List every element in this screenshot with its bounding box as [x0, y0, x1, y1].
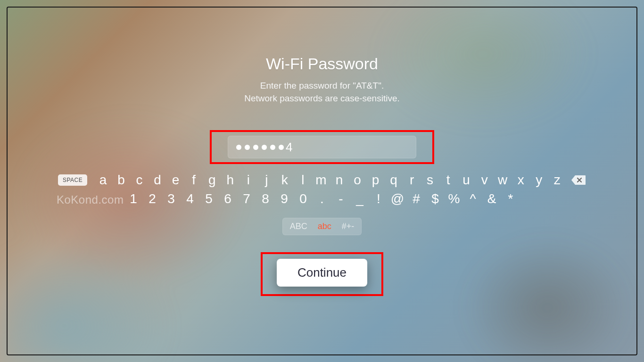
- key-y[interactable]: y: [530, 173, 548, 188]
- key-d[interactable]: d: [149, 173, 167, 188]
- key--[interactable]: -: [331, 191, 350, 206]
- key-9[interactable]: 9: [275, 191, 294, 206]
- mode-lowercase[interactable]: abc: [318, 222, 331, 231]
- key-w[interactable]: w: [494, 173, 512, 188]
- password-dot: [236, 145, 241, 150]
- key-0[interactable]: 0: [294, 191, 313, 206]
- key-r[interactable]: r: [403, 173, 421, 188]
- key-o[interactable]: o: [348, 173, 367, 188]
- key-c[interactable]: c: [130, 173, 149, 188]
- key-@[interactable]: @: [388, 191, 407, 206]
- key-h[interactable]: h: [221, 173, 239, 188]
- space-key[interactable]: SPACE: [58, 174, 87, 186]
- continue-button-highlight: Continue: [261, 252, 383, 296]
- key-1[interactable]: 1: [124, 191, 143, 206]
- key-v[interactable]: v: [475, 173, 494, 188]
- key-k[interactable]: k: [276, 173, 294, 188]
- password-last-char: 4: [286, 140, 292, 155]
- key-e[interactable]: e: [166, 173, 185, 188]
- password-input[interactable]: 4: [228, 136, 416, 158]
- key-f[interactable]: f: [185, 173, 203, 188]
- key-_[interactable]: _: [350, 191, 369, 206]
- subtitle-line-1: Enter the password for "AT&T".: [244, 80, 399, 92]
- password-masked-dots: [236, 145, 284, 150]
- backspace-key[interactable]: [571, 175, 586, 185]
- key-.[interactable]: .: [313, 191, 331, 206]
- mode-symbols[interactable]: #+-: [342, 222, 355, 231]
- onscreen-keyboard: SPACEabcdefghijklmnopqrstuvwxyz 12345678…: [58, 173, 586, 210]
- key-u[interactable]: u: [457, 173, 476, 188]
- password-dot: [270, 145, 275, 150]
- password-input-highlight: 4: [210, 130, 434, 164]
- key-&[interactable]: &: [482, 191, 501, 206]
- page-subtitle: Enter the password for "AT&T". Network p…: [244, 80, 399, 105]
- key-*[interactable]: *: [501, 191, 520, 206]
- key-s[interactable]: s: [421, 173, 439, 188]
- key-a[interactable]: a: [94, 173, 112, 188]
- continue-button[interactable]: Continue: [277, 259, 367, 287]
- key-m[interactable]: m: [312, 173, 330, 188]
- password-dot: [279, 145, 284, 150]
- key-$[interactable]: $: [426, 191, 445, 206]
- key-3[interactable]: 3: [162, 191, 181, 206]
- key-q[interactable]: q: [385, 173, 403, 188]
- key-%[interactable]: %: [445, 191, 463, 206]
- password-dot: [253, 145, 258, 150]
- watermark-text: KoKond.com: [57, 193, 124, 206]
- key-t[interactable]: t: [439, 173, 457, 188]
- key-4[interactable]: 4: [181, 191, 199, 206]
- password-dot: [262, 145, 267, 150]
- subtitle-line-2: Network passwords are case-sensitive.: [244, 92, 399, 105]
- key-5[interactable]: 5: [199, 191, 218, 206]
- key-^[interactable]: ^: [463, 191, 482, 206]
- mode-uppercase[interactable]: ABC: [290, 222, 307, 231]
- key-p[interactable]: p: [366, 173, 385, 188]
- key-x[interactable]: x: [512, 173, 530, 188]
- key-![interactable]: !: [369, 191, 388, 206]
- key-#[interactable]: #: [407, 191, 426, 206]
- backspace-icon: [571, 175, 586, 185]
- key-g[interactable]: g: [203, 173, 221, 188]
- page-title: Wi-Fi Password: [266, 55, 378, 73]
- key-7[interactable]: 7: [237, 191, 256, 206]
- key-b[interactable]: b: [112, 173, 131, 188]
- key-l[interactable]: l: [294, 173, 312, 188]
- key-z[interactable]: z: [548, 173, 567, 188]
- key-2[interactable]: 2: [143, 191, 162, 206]
- key-n[interactable]: n: [330, 173, 348, 188]
- keyboard-mode-toggle: ABC abc #+-: [282, 218, 362, 235]
- key-j[interactable]: j: [257, 173, 276, 188]
- key-8[interactable]: 8: [256, 191, 275, 206]
- key-i[interactable]: i: [239, 173, 258, 188]
- password-dot: [245, 145, 250, 150]
- key-6[interactable]: 6: [218, 191, 237, 206]
